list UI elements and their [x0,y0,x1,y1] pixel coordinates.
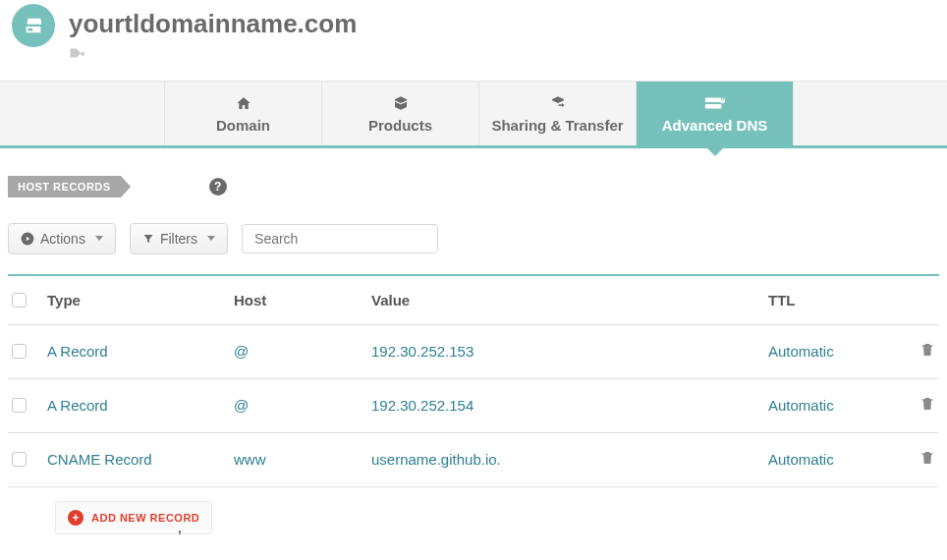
trash-icon[interactable] [919,395,935,413]
tab-label: Advanced DNS [637,117,793,134]
box-icon [392,95,410,111]
cell-value[interactable]: 192.30.252.153 [371,343,768,360]
brand-avatar [12,4,55,47]
chevron-down-icon [95,236,103,241]
page-header: yourtldomainname.com [0,0,947,63]
host-records-table: Type Host Value TTL A Record @ 192.30.25… [8,274,939,487]
cursor-icon [172,527,188,534]
actions-label: Actions [40,231,85,247]
tab-products[interactable]: Products [322,82,479,145]
table-header-row: Type Host Value TTL [8,276,939,325]
server-icon [704,95,726,111]
cell-type[interactable]: A Record [47,397,234,414]
section-header: HOST RECORDS ? [8,176,947,197]
add-new-record-button[interactable]: + ADD NEW RECORD [55,501,212,534]
tab-domain[interactable]: Domain [165,82,322,145]
toolbar: Actions Filters [8,223,947,254]
row-checkbox[interactable] [12,398,27,413]
tab-label: Domain [165,117,321,134]
cell-ttl[interactable]: Automatic [768,343,896,360]
chevron-down-icon [207,236,215,241]
cell-value[interactable]: 192.30.252.154 [371,397,768,414]
cell-type[interactable]: CNAME Record [47,451,234,468]
main-tabs: Domain Products Sharing & Transfer Advan… [0,81,947,148]
table-row: A Record @ 192.30.252.153 Automatic [8,325,939,379]
search-input[interactable] [254,231,426,247]
tab-tail [794,82,947,145]
storefront-icon [23,15,44,36]
add-record-wrap: + ADD NEW RECORD [55,501,947,534]
domain-title: yourtldomainname.com [69,10,357,38]
filter-icon [142,233,154,245]
row-checkbox[interactable] [12,452,27,467]
transfer-icon [548,95,568,111]
home-icon [235,95,252,111]
table-row: A Record @ 192.30.252.154 Automatic [8,379,939,433]
trash-icon[interactable] [919,449,935,467]
cell-host[interactable]: @ [234,343,371,360]
filters-label: Filters [160,231,197,247]
add-record-label: ADD NEW RECORD [91,512,199,524]
help-icon[interactable]: ? [209,178,227,196]
tab-label: Products [322,117,478,134]
cell-ttl[interactable]: Automatic [768,451,896,468]
section-title-pill: HOST RECORDS [8,176,121,197]
tag-add-icon[interactable] [69,46,357,63]
svg-point-2 [719,97,725,103]
svg-rect-4 [722,97,723,100]
cell-ttl[interactable]: Automatic [768,397,896,414]
filters-dropdown[interactable]: Filters [130,223,228,254]
svg-rect-1 [704,104,721,109]
tab-sharing[interactable]: Sharing & Transfer [479,82,637,145]
tab-spacer [0,82,165,145]
play-circle-icon [21,232,34,246]
svg-rect-3 [721,97,722,100]
col-header-value: Value [371,292,768,308]
table-row: CNAME Record www username.github.io. Aut… [8,433,939,487]
col-header-ttl: TTL [768,292,896,308]
cell-value[interactable]: username.github.io. [371,451,768,468]
col-header-host: Host [234,292,371,308]
trash-icon[interactable] [919,341,935,359]
search-field-wrap [242,224,438,253]
actions-dropdown[interactable]: Actions [8,223,116,254]
svg-rect-0 [704,97,721,102]
select-all-checkbox[interactable] [12,293,27,308]
cell-host[interactable]: @ [234,397,371,414]
cell-type[interactable]: A Record [47,343,234,360]
cell-host[interactable]: www [234,451,371,468]
col-header-type: Type [47,292,234,308]
tab-advanced-dns[interactable]: Advanced DNS [637,82,794,145]
tab-label: Sharing & Transfer [479,117,636,134]
row-checkbox[interactable] [12,344,27,359]
plus-circle-icon: + [68,510,84,526]
